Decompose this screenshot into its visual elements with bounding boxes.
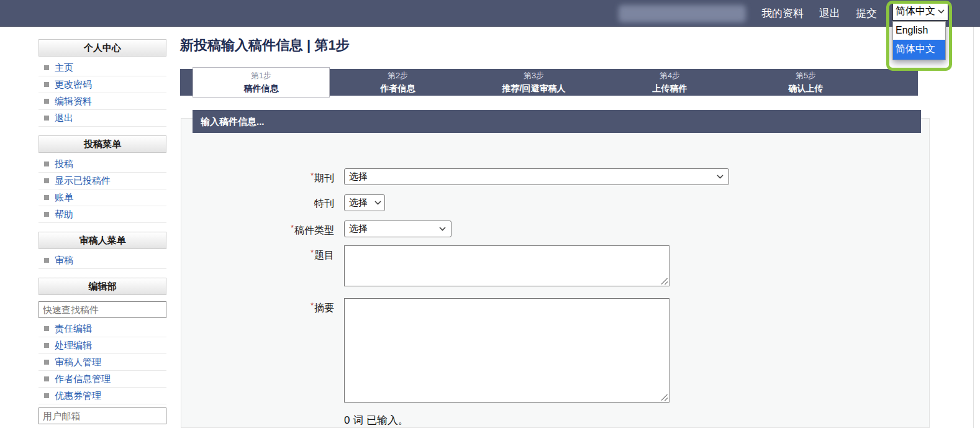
sidebar-item-label: 账单 xyxy=(55,192,73,204)
abstract-label: *摘要 xyxy=(252,301,334,315)
title-textarea[interactable] xyxy=(344,245,669,286)
square-bullet-icon xyxy=(44,82,49,87)
sidebar-item-label: 审稿人管理 xyxy=(55,357,101,368)
sidebar-item-label: 显示已投稿件 xyxy=(55,175,111,187)
sidebar-item-home[interactable]: 主页 xyxy=(39,60,166,76)
step-number: 第2步 xyxy=(388,70,408,81)
sidebar-item-label: 主页 xyxy=(55,62,73,74)
language-select[interactable]: 简体中文 xyxy=(892,2,948,20)
special-issue-select-value: 选择 xyxy=(349,197,368,209)
square-bullet-icon xyxy=(44,360,49,365)
sidebar-section-submission-menu: 投稿菜单 xyxy=(39,135,166,153)
square-bullet-icon xyxy=(44,162,49,166)
square-bullet-icon xyxy=(44,99,49,104)
sidebar-item-edit-profile[interactable]: 编辑资料 xyxy=(39,93,166,110)
tab-step-1-manuscript-info[interactable]: 第1步 稿件信息 xyxy=(193,67,330,98)
topbar-nav: 我的资料 退出 提交 简体中文 English 简体中文 xyxy=(619,0,948,27)
sidebar-item-review[interactable]: 审稿 xyxy=(39,252,166,269)
step-number: 第5步 xyxy=(796,70,816,81)
wizard-step-bar: 第1步 稿件信息 第2步 作者信息 第3步 推荐/回避审稿人 第4步 上传稿件 … xyxy=(180,69,918,96)
sidebar: 个人中心 主页 更改密码 编辑资料 退出 投稿菜单 投稿 显示已投稿件 xyxy=(39,39,166,427)
square-bullet-icon xyxy=(44,343,49,348)
sidebar-item-label: 责任编辑 xyxy=(55,323,92,335)
sidebar-item-reviewer-management[interactable]: 审稿人管理 xyxy=(39,354,166,371)
sidebar-section-personal-center: 个人中心 xyxy=(39,39,166,57)
sidebar-item-label: 优惠券管理 xyxy=(55,390,101,402)
redacted-username xyxy=(619,5,746,22)
language-option-english[interactable]: English xyxy=(893,22,945,40)
step-label: 作者信息 xyxy=(381,83,415,94)
square-bullet-icon xyxy=(44,195,49,200)
step-number: 第1步 xyxy=(251,70,271,81)
sidebar-item-help[interactable]: 帮助 xyxy=(39,206,166,223)
square-bullet-icon xyxy=(44,116,49,121)
sidebar-item-label: 作者信息管理 xyxy=(55,373,111,385)
page-right-edge xyxy=(973,27,974,428)
tab-step-3-reviewers[interactable]: 第3步 推荐/回避审稿人 xyxy=(466,69,602,96)
step-label: 推荐/回避审稿人 xyxy=(502,83,566,94)
square-bullet-icon xyxy=(44,376,49,381)
language-dropdown: English 简体中文 xyxy=(892,21,946,60)
sidebar-item-show-submitted[interactable]: 显示已投稿件 xyxy=(39,173,166,189)
journal-select-value: 选择 xyxy=(349,171,368,183)
chevron-down-icon xyxy=(439,227,446,231)
sidebar-item-processing-editor[interactable]: 处理编辑 xyxy=(39,337,166,354)
required-marker: * xyxy=(311,171,314,180)
language-select-value: 简体中文 xyxy=(896,5,935,18)
required-marker: * xyxy=(311,248,314,257)
journal-select[interactable]: 选择 xyxy=(344,168,729,185)
square-bullet-icon xyxy=(44,178,49,183)
sidebar-item-logout[interactable]: 退出 xyxy=(39,110,166,127)
sidebar-item-label: 审稿 xyxy=(55,255,73,266)
sidebar-item-change-password[interactable]: 更改密码 xyxy=(39,76,166,93)
word-count-status: 0 词 已输入。 xyxy=(344,413,409,427)
sidebar-item-label: 帮助 xyxy=(55,209,73,221)
title-label: *题目 xyxy=(252,248,334,262)
square-bullet-icon xyxy=(44,212,49,217)
tab-step-2-author-info[interactable]: 第2步 作者信息 xyxy=(330,69,466,96)
sidebar-item-handling-editor[interactable]: 责任编辑 xyxy=(39,321,166,337)
square-bullet-icon xyxy=(44,65,49,70)
nav-logout[interactable]: 退出 xyxy=(819,6,840,20)
sidebar-item-billing[interactable]: 账单 xyxy=(39,189,166,206)
step-number: 第4步 xyxy=(660,70,680,81)
app-window: 我的资料 退出 提交 简体中文 English 简体中文 个人中心 主页 更改密… xyxy=(0,0,980,428)
user-email-input[interactable] xyxy=(39,408,166,424)
journal-label: *期刊 xyxy=(252,171,334,185)
manuscript-type-label: *稿件类型 xyxy=(252,224,334,237)
special-issue-select[interactable]: 选择 xyxy=(344,194,385,211)
tab-step-4-upload[interactable]: 第4步 上传稿件 xyxy=(602,69,738,96)
special-issue-label: 特刊 xyxy=(252,198,334,211)
sidebar-item-label: 退出 xyxy=(55,112,73,124)
chevron-down-icon xyxy=(938,9,945,14)
tab-step-5-confirm[interactable]: 第5步 确认上传 xyxy=(738,69,874,96)
chevron-down-icon xyxy=(717,175,724,179)
step-label: 稿件信息 xyxy=(244,83,279,94)
language-select-wrap: 简体中文 English 简体中文 xyxy=(892,2,948,20)
panel-title: 输入稿件信息... xyxy=(193,110,921,133)
sidebar-section-editorial-office: 编辑部 xyxy=(39,278,166,295)
sidebar-item-label: 投稿 xyxy=(55,158,73,170)
language-option-chinese[interactable]: 简体中文 xyxy=(893,40,945,60)
nav-my-profile[interactable]: 我的资料 xyxy=(761,6,804,20)
manuscript-type-select-value: 选择 xyxy=(349,223,368,235)
step-label: 确认上传 xyxy=(789,83,823,94)
sidebar-item-author-info-management[interactable]: 作者信息管理 xyxy=(39,371,166,388)
step-label: 上传稿件 xyxy=(653,83,687,94)
page-title: 新投稿输入稿件信息 | 第1步 xyxy=(180,36,350,55)
required-marker: * xyxy=(311,301,314,310)
step-number: 第3步 xyxy=(524,70,544,81)
sidebar-item-label: 处理编辑 xyxy=(55,340,92,352)
square-bullet-icon xyxy=(44,326,49,331)
quick-find-manuscript-input[interactable] xyxy=(39,301,166,318)
sidebar-item-coupon-management[interactable]: 优惠券管理 xyxy=(39,388,166,404)
chevron-down-icon xyxy=(374,201,381,205)
sidebar-item-submit-manuscript[interactable]: 投稿 xyxy=(39,156,166,173)
sidebar-item-label: 更改密码 xyxy=(55,79,92,91)
sidebar-section-reviewer-menu: 审稿人菜单 xyxy=(39,232,166,249)
square-bullet-icon xyxy=(44,393,49,398)
nav-submit[interactable]: 提交 xyxy=(856,6,877,20)
sidebar-item-label: 编辑资料 xyxy=(55,96,92,107)
manuscript-type-select[interactable]: 选择 xyxy=(344,221,451,237)
abstract-textarea[interactable] xyxy=(344,298,669,403)
